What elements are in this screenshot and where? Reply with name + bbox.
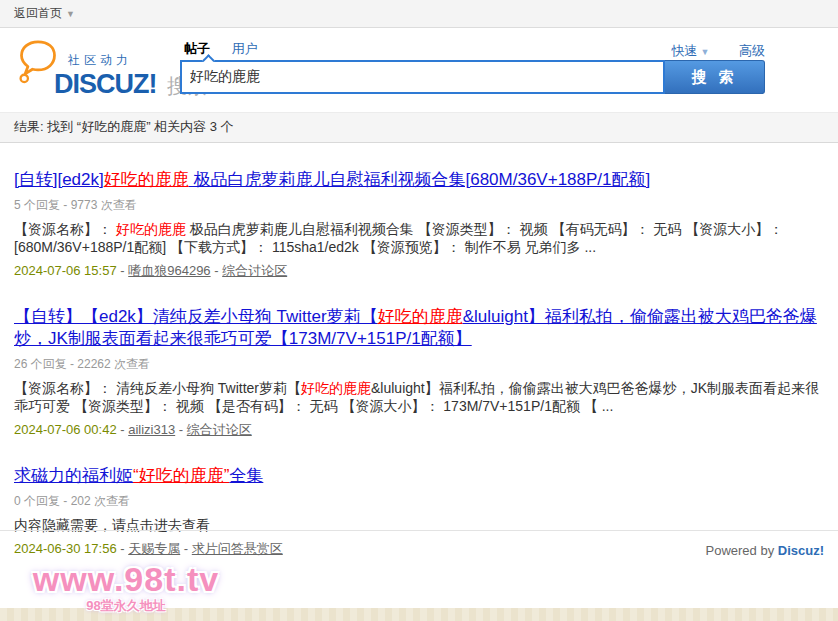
result-stats: 5 个回复 - 9773 次查看 (14, 197, 824, 214)
search-bar: 搜 索 (180, 60, 765, 94)
result-title: 【自转】【ed2k】清纯反差小母狗 Twitter萝莉【好吃的鹿鹿&luluig… (14, 306, 824, 350)
result-date: 2024-07-06 00:42 (14, 422, 117, 437)
title-text: 求磁力的福利姬 (14, 466, 133, 485)
description-text: 【资源名称】： (14, 221, 116, 237)
result-forum-link[interactable]: 综合讨论区 (187, 422, 252, 437)
result-title: 求磁力的福利姬“好吃的鹿鹿”全集 (14, 465, 824, 487)
search-mode-links: 快速▼ 高级 (645, 42, 765, 60)
top-navigation-bar: 返回首页 ▼ (0, 0, 838, 28)
search-result-item: 【自转】【ed2k】清纯反差小母狗 Twitter萝莉【好吃的鹿鹿&luluig… (14, 280, 824, 439)
discuz-logo: 社区动力 DISCUZ! 搜索 (14, 38, 174, 100)
result-title: [自转][ed2k]好吃的鹿鹿 极品白虎萝莉鹿儿自慰福利视频合集[680M/36… (14, 169, 824, 191)
result-author-link[interactable]: ailizi313 (128, 422, 175, 437)
chevron-down-icon: ▼ (66, 9, 75, 19)
title-highlight: “好吃的鹿鹿” (133, 466, 229, 485)
search-input[interactable] (182, 62, 663, 92)
result-date: 2024-07-06 15:57 (14, 263, 117, 278)
result-title-link[interactable]: 【自转】【ed2k】清纯反差小母狗 Twitter萝莉【好吃的鹿鹿&luluig… (14, 307, 817, 348)
result-author-link[interactable]: 嗜血狼964296 (128, 263, 210, 278)
title-text: 全集 (229, 466, 263, 485)
back-home-link[interactable]: 返回首页 (14, 5, 62, 22)
logo-tagline: 社区动力 (68, 52, 174, 69)
result-forum-link[interactable]: 综合讨论区 (222, 263, 287, 278)
watermark-site-text: www.98t.tv (16, 560, 236, 599)
powered-by-text: Powered by (705, 543, 774, 558)
result-meta: 2024-07-06 15:57 - 嗜血狼964296 - 综合讨论区 (14, 262, 824, 280)
tab-posts[interactable]: 帖子 (184, 41, 210, 56)
title-text: 极品白虎萝莉鹿儿自慰福利视频合集[680M/36V+188P/1配额] (189, 170, 650, 189)
search-header: 社区动力 DISCUZ! 搜索 帖子 用户 快速▼ 高级 搜 索 (0, 28, 838, 112)
result-meta: 2024-07-06 00:42 - ailizi313 - 综合讨论区 (14, 421, 824, 439)
title-highlight: 好吃的鹿鹿 (104, 170, 189, 189)
result-stats: 26 个回复 - 22262 次查看 (14, 356, 824, 373)
description-highlight: 好吃的鹿鹿 (116, 221, 186, 237)
search-tabs: 帖子 用户 (184, 40, 276, 58)
description-highlight: 好吃的鹿鹿 (301, 380, 371, 396)
site-watermark: www.98t.tv 98堂永久地址 (16, 560, 236, 615)
result-title-link[interactable]: [自转][ed2k]好吃的鹿鹿 极品白虎萝莉鹿儿自慰福利视频合集[680M/36… (14, 170, 650, 189)
footer: Powered by Discuz! (0, 530, 838, 558)
search-button[interactable]: 搜 索 (665, 60, 765, 94)
result-stats: 0 个回复 - 202 次查看 (14, 493, 824, 510)
watermark-caption: 98堂永久地址 (16, 597, 236, 615)
title-text: 【自转】【ed2k】清纯反差小母狗 Twitter萝莉【 (14, 307, 378, 326)
tab-users[interactable]: 用户 (232, 41, 258, 56)
chevron-down-icon: ▼ (700, 47, 709, 57)
quick-search-link[interactable]: 快速▼ (671, 43, 709, 58)
search-result-item: [自转][ed2k]好吃的鹿鹿 极品白虎萝莉鹿儿自慰福利视频合集[680M/36… (14, 143, 824, 280)
result-summary-bar: 结果: 找到 “好吃的鹿鹿” 相关内容 3 个 (0, 112, 838, 143)
logo-brand-text: DISCUZ! (54, 69, 157, 99)
title-text: [自转][ed2k] (14, 170, 104, 189)
discuz-brand-link[interactable]: Discuz! (778, 543, 824, 558)
description-text: 【资源名称】： 清纯反差小母狗 Twitter萝莉【 (14, 380, 301, 396)
search-input-wrapper (180, 60, 665, 94)
results-list: [自转][ed2k]好吃的鹿鹿 极品白虎萝莉鹿儿自慰福利视频合集[680M/36… (0, 143, 838, 558)
result-description: 【资源名称】： 好吃的鹿鹿 极品白虎萝莉鹿儿自慰福利视频合集 【资源类型】： 视… (14, 220, 824, 256)
result-description: 【资源名称】： 清纯反差小母狗 Twitter萝莉【好吃的鹿鹿&luluight… (14, 379, 824, 415)
advanced-search-link[interactable]: 高级 (739, 43, 765, 58)
result-title-link[interactable]: 求磁力的福利姬“好吃的鹿鹿”全集 (14, 466, 263, 485)
title-highlight: 好吃的鹿鹿 (378, 307, 463, 326)
speech-bubble-icon (16, 38, 60, 88)
result-summary-text: 结果: 找到 “好吃的鹿鹿” 相关内容 3 个 (14, 119, 234, 134)
